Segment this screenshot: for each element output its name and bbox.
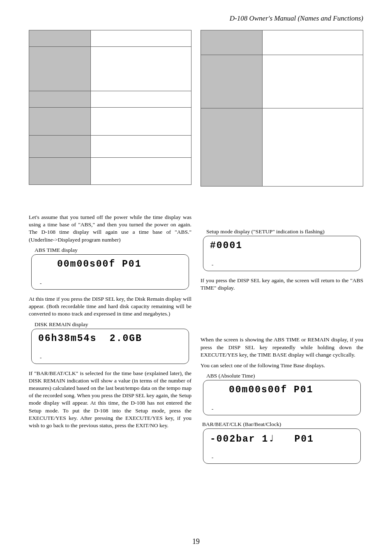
lcd-text: 06h38m54s 2.0GB <box>38 333 182 344</box>
lcd-caption: Setup mode display ("SETUP" indication i… <box>206 228 363 235</box>
table-cell-label <box>29 47 91 91</box>
header-title: D-108 Owner's Manual (Names and Function… <box>29 14 363 23</box>
lcd-caption: ABS (Absolute Time) <box>206 373 363 379</box>
lcd-text: 00m00s00f P01 <box>210 385 354 395</box>
table-cell-label <box>201 30 263 55</box>
table-cell-label <box>29 30 91 47</box>
lcd-tick: - <box>40 280 42 287</box>
table-cell <box>91 136 191 158</box>
table-cell <box>263 30 363 55</box>
body-paragraph: Let's assume that you turned off the pow… <box>29 214 191 244</box>
left-table <box>29 30 191 185</box>
table-cell-label <box>201 108 263 187</box>
table-cell <box>91 91 191 108</box>
lcd-tick: - <box>212 454 213 461</box>
lcd-text: 00m00s00f P01 <box>38 259 182 269</box>
lcd-display-bar-beat: -002bar 1♩ P01 - <box>203 428 361 464</box>
table-cell <box>91 30 191 47</box>
left-column: Let's assume that you turned off the pow… <box>29 30 191 470</box>
table-cell <box>263 108 363 187</box>
table-cell-label <box>29 91 91 108</box>
body-paragraph: You can select one of the following Time… <box>201 362 363 369</box>
lcd-display-setup: #0001 - <box>203 236 361 271</box>
table-cell <box>91 158 191 185</box>
table-cell-label <box>201 55 263 108</box>
lcd-caption: ABS TIME display <box>35 247 191 253</box>
lcd-tick: - <box>212 406 213 412</box>
body-paragraph: When the screen is showing the ABS TIME … <box>201 336 363 359</box>
lcd-display-abs: 00m00s00f P01 - <box>203 380 361 415</box>
lcd-display-abs-time: 00m00s00f P01 - <box>31 254 189 290</box>
table-cell-label <box>29 158 91 185</box>
table-cell <box>263 55 363 108</box>
lcd-tick: - <box>212 262 213 268</box>
body-paragraph: At this time if you press the DISP SEL k… <box>29 295 191 318</box>
table-cell <box>91 108 191 136</box>
lcd-caption: BAR/BEAT/CLK (Bar/Beat/Clock) <box>202 421 363 428</box>
table-cell-label <box>29 108 91 136</box>
right-column: Setup mode display ("SETUP" indication i… <box>201 30 363 470</box>
page-number: 19 <box>0 537 392 546</box>
lcd-display-disk-remain: 06h38m54s 2.0GB - <box>31 329 189 364</box>
lcd-tick: - <box>40 355 42 361</box>
body-paragraph: If "BAR/BEAT/CLK" is selected for the ti… <box>29 370 191 430</box>
right-table <box>201 30 363 187</box>
table-cell <box>91 47 191 91</box>
lcd-caption: DISK REMAIN display <box>35 321 191 328</box>
table-cell-label <box>29 136 91 158</box>
lcd-text: -002bar 1♩ P01 <box>210 433 354 444</box>
lcd-text: #0001 <box>210 240 354 251</box>
body-paragraph: If you press the DISP SEL key again, the… <box>201 277 363 292</box>
